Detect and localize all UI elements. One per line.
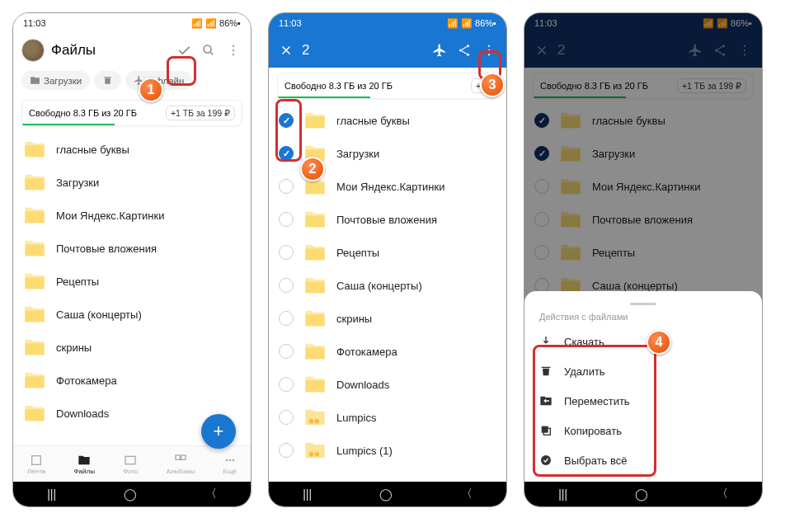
action-copy[interactable]: Копировать: [524, 416, 762, 445]
action-move[interactable]: Переместить: [524, 386, 762, 416]
status-icons: 📶 📶 86%▪: [191, 18, 241, 29]
list-item[interactable]: Мои Яндекс.Картинки: [13, 199, 251, 232]
storage-bar[interactable]: Свободно 8.3 ГБ из 20 ГБ +1: [277, 73, 498, 99]
back-button[interactable]: 〈: [461, 487, 473, 501]
share-icon[interactable]: [455, 41, 473, 59]
list-item: Рецепты: [524, 236, 762, 269]
folder-label: скрины: [336, 313, 372, 325]
storage-upsell[interactable]: +1 ТБ за 199 ₽: [166, 106, 235, 120]
tab-albums[interactable]: Альбомы: [167, 454, 195, 475]
checkbox[interactable]: [279, 410, 294, 425]
svg-point-10: [232, 459, 234, 461]
list-item[interactable]: Lumpics (1): [269, 434, 506, 467]
badge-4: 4: [647, 330, 671, 355]
tab-feed[interactable]: Лента: [27, 454, 45, 475]
home-button[interactable]: ◯: [379, 487, 393, 501]
checkbox[interactable]: [279, 212, 294, 227]
svg-rect-7: [181, 455, 186, 459]
status-bar: 11:03 📶 📶 86%▪: [524, 13, 762, 33]
checkbox[interactable]: [279, 146, 294, 161]
close-icon[interactable]: [277, 41, 295, 59]
checkbox[interactable]: [279, 113, 294, 128]
back-button[interactable]: 〈: [205, 487, 217, 501]
action-download[interactable]: Скачать: [524, 327, 762, 356]
more-icon[interactable]: [736, 41, 754, 59]
svg-rect-6: [176, 455, 180, 459]
search-icon[interactable]: [200, 41, 218, 59]
list-item[interactable]: Почтовые вложения: [13, 232, 251, 265]
close-icon[interactable]: [533, 41, 551, 59]
list-item[interactable]: Рецепты: [269, 236, 506, 269]
folder-label: Почтовые вложения: [592, 214, 693, 226]
list-item[interactable]: Почтовые вложения: [269, 203, 506, 236]
list-item[interactable]: Lumpics: [269, 401, 506, 434]
checkbox[interactable]: [279, 344, 294, 359]
status-icons: 📶 📶 86%▪: [703, 18, 752, 29]
checkbox[interactable]: [279, 311, 294, 326]
svg-rect-28: [542, 426, 548, 433]
svg-point-25: [744, 49, 745, 51]
tab-more[interactable]: Ещё: [223, 454, 236, 475]
list-item[interactable]: гласные буквы: [269, 104, 506, 137]
folder-label: Почтовые вложения: [56, 242, 157, 255]
folder-label: Саша (концерты): [592, 280, 678, 292]
checkbox[interactable]: [279, 377, 294, 392]
home-button[interactable]: ◯: [124, 487, 137, 501]
storage-text: Свободно 8.3 ГБ из 20 ГБ: [29, 108, 159, 118]
folder-label: Фотокамера: [336, 346, 397, 358]
folder-list[interactable]: гласные буквыЗагрузкиМои Яндекс.Картинки…: [13, 133, 251, 445]
svg-point-23: [722, 54, 725, 56]
share-icon[interactable]: [711, 41, 729, 59]
checkbox[interactable]: [279, 245, 294, 260]
list-item[interactable]: Рецепты: [13, 265, 251, 298]
list-item[interactable]: Саша (концерты): [13, 298, 251, 331]
tab-photo[interactable]: Фото: [123, 454, 138, 475]
list-item: Почтовые вложения: [524, 203, 762, 236]
list-item[interactable]: гласные буквы: [13, 133, 251, 166]
checkmark-icon[interactable]: [175, 41, 193, 59]
add-button[interactable]: +: [201, 414, 236, 449]
storage-text: Свободно 8.3 ГБ из 20 ГБ: [284, 81, 464, 91]
tab-files[interactable]: Файлы: [73, 454, 94, 475]
list-item[interactable]: Фотокамера: [13, 364, 251, 397]
action-select-all[interactable]: Выбрать всё: [524, 445, 762, 475]
checkbox[interactable]: [279, 278, 294, 293]
list-item[interactable]: Downloads: [269, 368, 506, 401]
folder-label: Загрузки: [336, 148, 379, 160]
screen-actions: 11:03 📶 📶 86%▪ 2 Свободно 8.3 ГБ из 20 Г…: [524, 12, 763, 507]
folder-label: Саша (концерты): [56, 308, 142, 321]
list-item[interactable]: скрины: [269, 302, 506, 335]
list-item[interactable]: скрины: [13, 331, 251, 364]
svg-point-9: [228, 459, 231, 461]
folder-label: Почтовые вложения: [336, 214, 437, 226]
checkbox[interactable]: [279, 179, 294, 194]
chip-downloads[interactable]: Загрузки: [21, 71, 90, 90]
airplane-icon[interactable]: [430, 41, 449, 59]
airplane-icon[interactable]: [686, 41, 704, 59]
folder-label: Рецепты: [336, 247, 379, 259]
home-button[interactable]: ◯: [635, 487, 648, 501]
svg-point-14: [488, 45, 490, 47]
svg-point-13: [467, 54, 469, 56]
recents-button[interactable]: |||: [303, 487, 312, 501]
list-item[interactable]: Загрузки: [13, 166, 251, 199]
action-delete[interactable]: Удалить: [524, 356, 762, 386]
storage-bar: Свободно 8.3 ГБ из 20 ГБ +1 ТБ за 199 ₽: [533, 73, 754, 99]
recents-button[interactable]: |||: [47, 487, 56, 501]
status-icons: 📶 📶 86%▪: [447, 18, 496, 29]
more-icon[interactable]: [224, 41, 242, 59]
list-item[interactable]: Фотокамера: [269, 335, 506, 368]
list-item[interactable]: Саша (концерты): [269, 269, 506, 302]
back-button[interactable]: 〈: [717, 487, 728, 501]
more-icon[interactable]: [480, 41, 498, 59]
checkbox[interactable]: [279, 443, 294, 458]
folder-label: Саша (концерты): [336, 280, 422, 292]
recents-button[interactable]: |||: [558, 487, 567, 501]
storage-bar[interactable]: Свободно 8.3 ГБ из 20 ГБ +1 ТБ за 199 ₽: [21, 100, 242, 126]
chip-trash[interactable]: [94, 71, 121, 90]
storage-text: Свободно 8.3 ГБ из 20 ГБ: [540, 81, 670, 91]
sheet-handle-icon[interactable]: [630, 303, 656, 305]
checkbox: [534, 146, 549, 161]
avatar[interactable]: [21, 39, 45, 62]
folder-label: Мои Яндекс.Картинки: [56, 210, 165, 222]
